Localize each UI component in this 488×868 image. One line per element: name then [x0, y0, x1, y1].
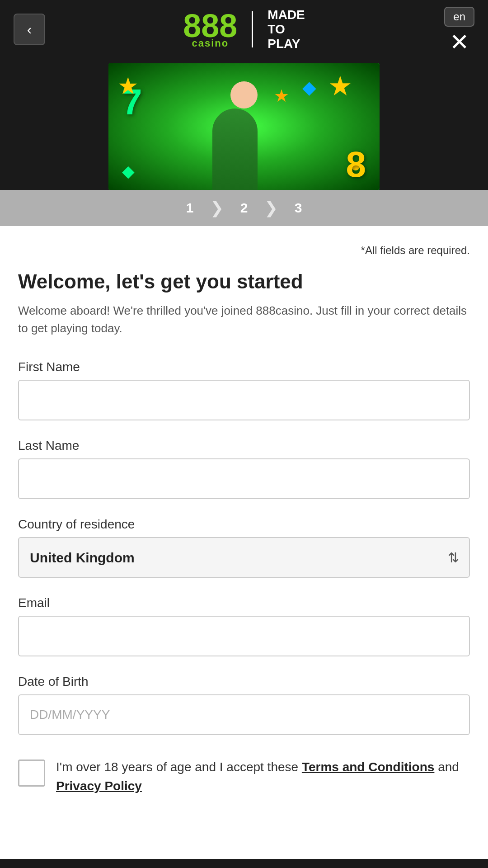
back-button[interactable]: ‹	[14, 14, 45, 45]
dob-field: Date of Birth	[18, 675, 470, 735]
email-input[interactable]	[18, 616, 470, 656]
banner-star-mid: ★	[274, 86, 289, 106]
country-select-wrapper: United Kingdom United States Canada Aust…	[18, 537, 470, 578]
age-terms-checkbox[interactable]	[18, 760, 45, 787]
banner-gem-left: ◆	[122, 162, 135, 181]
header-right-controls: en ✕	[444, 7, 474, 54]
and-text: and	[434, 760, 459, 774]
country-select[interactable]: United Kingdom United States Canada Aust…	[18, 537, 470, 578]
step-2: 2	[233, 200, 255, 216]
form-title: Welcome, let's get you started	[18, 270, 470, 293]
terms-text: I'm over 18 years of age and I accept th…	[56, 758, 470, 796]
logo-divider-line	[252, 11, 253, 47]
privacy-policy-link[interactable]: Privacy Policy	[56, 779, 142, 793]
step-1-number: 1	[178, 200, 201, 216]
close-button[interactable]: ✕	[450, 30, 469, 54]
step-3-number: 3	[287, 200, 310, 216]
banner-star-right: ★	[328, 70, 352, 102]
first-name-label: First Name	[18, 360, 470, 374]
email-label: Email	[18, 596, 470, 610]
step-arrow-1: ❯	[210, 198, 224, 217]
logo-made-to-play: MADE TO PLAY	[267, 8, 305, 52]
first-name-input[interactable]	[18, 380, 470, 420]
back-icon: ‹	[27, 21, 32, 38]
step-arrow-2: ❯	[264, 198, 278, 217]
terms-checkbox-row: I'm over 18 years of age and I accept th…	[18, 758, 470, 796]
registration-form: *All fields are required. Welcome, let's…	[0, 226, 488, 859]
checkbox-pre-text: I'm over 18 years of age and I accept th…	[56, 760, 302, 774]
first-name-field: First Name	[18, 360, 470, 420]
required-note: *All fields are required.	[18, 240, 470, 257]
steps-progress-bar: 1 ❯ 2 ❯ 3	[0, 190, 488, 226]
header: ‹ 888 casino MADE TO PLAY en ✕	[0, 0, 488, 59]
banner-star-left: ★	[117, 72, 139, 99]
dob-input[interactable]	[18, 694, 470, 735]
step-2-number: 2	[233, 200, 255, 216]
language-button[interactable]: en	[444, 7, 474, 27]
promo-banner: 7 ★ ★ ★ ◆ ● 8 ◆	[108, 63, 380, 190]
dob-label: Date of Birth	[18, 675, 470, 689]
banner-number-8: 8	[346, 144, 366, 185]
step-1: 1	[178, 200, 201, 216]
terms-conditions-link[interactable]: Terms and Conditions	[302, 760, 435, 774]
step-3: 3	[287, 200, 310, 216]
last-name-label: Last Name	[18, 439, 470, 453]
country-label: Country of residence	[18, 517, 470, 532]
language-label: en	[453, 10, 465, 23]
last-name-input[interactable]	[18, 458, 470, 499]
email-field: Email	[18, 596, 470, 656]
banner-diamond: ◆	[302, 77, 316, 98]
form-subtitle: Welcome aboard! We're thrilled you've jo…	[18, 302, 470, 337]
logo-casino: casino	[192, 38, 229, 49]
country-field: Country of residence United Kingdom Unit…	[18, 517, 470, 578]
logo: 888 casino MADE TO PLAY	[183, 8, 305, 52]
last-name-field: Last Name	[18, 439, 470, 499]
